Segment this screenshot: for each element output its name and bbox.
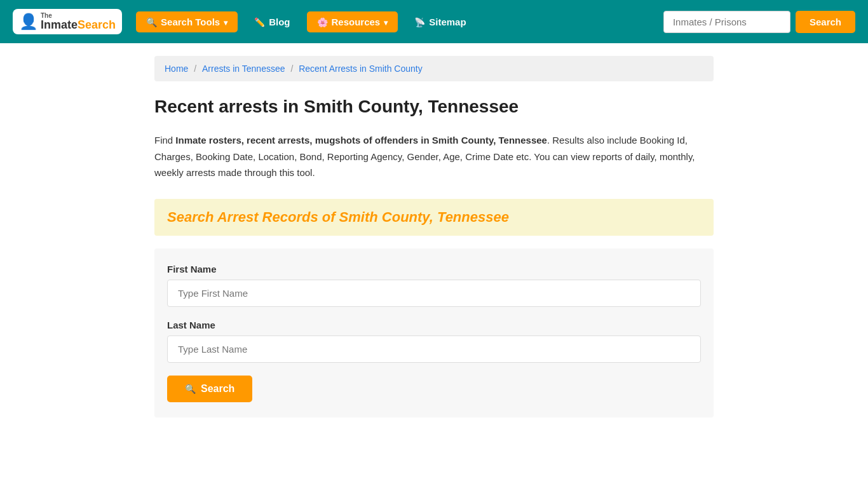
breadcrumb-current[interactable]: Recent Arrests in Smith County (299, 64, 423, 74)
page-description: Find Inmate rosters, recent arrests, mug… (154, 132, 714, 181)
last-name-input[interactable] (167, 336, 701, 363)
search-section-title-box: Search Arrest Records of Smith County, T… (154, 199, 714, 236)
search-tools-label: Search Tools (161, 17, 220, 27)
resources-chevron (384, 17, 388, 27)
form-search-icon (185, 383, 196, 395)
sitemap-icon (414, 17, 425, 27)
search-section-title: Search Arrest Records of Smith County, T… (167, 209, 701, 226)
search-tools-button[interactable]: Search Tools (136, 11, 238, 32)
breadcrumb-home[interactable]: Home (165, 64, 188, 74)
header: 👤 The InmateSearch Search Tools Blog Res… (0, 0, 868, 43)
form-section: First Name Last Name Search (154, 248, 714, 417)
first-name-input[interactable] (167, 280, 701, 307)
search-tools-chevron (224, 17, 227, 27)
header-search-button-label: Search (810, 17, 841, 27)
logo-box: 👤 The InmateSearch (13, 9, 122, 35)
last-name-group: Last Name (167, 320, 701, 363)
blog-icon (254, 17, 265, 27)
breadcrumb: Home / Arrests in Tennessee / Recent Arr… (154, 56, 714, 81)
blog-button[interactable]: Blog (245, 11, 299, 32)
resources-label: Resources (332, 17, 381, 27)
search-icon (146, 17, 157, 27)
breadcrumb-sep-1: / (194, 64, 199, 74)
resources-icon (317, 17, 328, 27)
sitemap-label: Sitemap (429, 17, 466, 27)
header-search-button[interactable]: Search (796, 11, 855, 33)
first-name-group: First Name (167, 264, 701, 307)
logo-inmate: Inmate (41, 18, 78, 31)
breadcrumb-arrests-tn[interactable]: Arrests in Tennessee (202, 64, 285, 74)
description-bold: Inmate rosters, recent arrests, mugshots… (175, 135, 547, 146)
form-search-button[interactable]: Search (167, 376, 252, 402)
form-search-button-label: Search (201, 383, 234, 395)
header-search-input[interactable] (663, 11, 790, 33)
breadcrumb-sep-2: / (290, 64, 295, 74)
sitemap-button[interactable]: Sitemap (405, 11, 475, 32)
blog-label: Blog (269, 17, 290, 27)
logo-link[interactable]: 👤 The InmateSearch (13, 9, 122, 35)
page-title: Recent arrests in Smith County, Tennesse… (154, 97, 714, 117)
logo-search-text: Search (78, 18, 116, 31)
resources-button[interactable]: Resources (307, 11, 398, 32)
main-content: Home / Arrests in Tennessee / Recent Arr… (142, 43, 726, 443)
last-name-label: Last Name (167, 320, 701, 330)
person-icon: 👤 (19, 13, 38, 30)
first-name-label: First Name (167, 264, 701, 274)
header-search-area: Search (663, 11, 855, 33)
description-prefix: Find (154, 135, 175, 146)
